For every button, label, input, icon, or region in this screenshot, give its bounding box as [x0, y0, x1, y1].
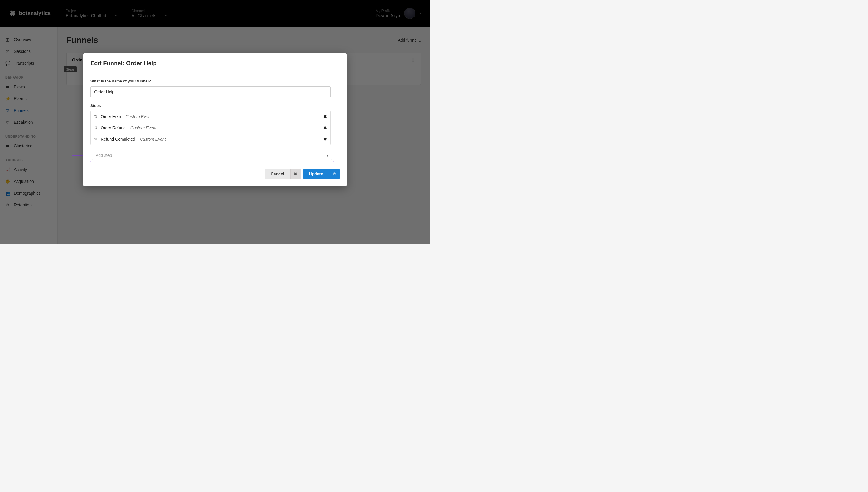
update-refresh-button[interactable]: ⟳	[329, 169, 339, 179]
update-button[interactable]: Update	[303, 169, 329, 179]
remove-step-icon[interactable]: ✖	[323, 125, 327, 130]
step-type: Custom Event	[130, 125, 156, 130]
cancel-button[interactable]: Cancel	[265, 169, 290, 179]
edit-funnel-modal: Edit Funnel: Order Help What is the name…	[83, 53, 347, 186]
steps-list: ⇅ Order Help Custom Event ✖ ⇅ Order Refu…	[90, 111, 331, 145]
cancel-close-button[interactable]: ✖	[290, 169, 301, 179]
funnel-name-input[interactable]	[90, 86, 331, 97]
steps-label: Steps	[90, 103, 339, 108]
step-name: Order Refund	[101, 125, 126, 130]
modal-title: Edit Funnel: Order Help	[83, 53, 347, 72]
add-step-select[interactable]: Add step ▾	[92, 151, 332, 160]
drag-handle-icon[interactable]: ⇅	[94, 137, 97, 141]
cancel-group: Cancel ✖	[265, 169, 301, 179]
step-row[interactable]: ⇅ Order Refund Custom Event ✖	[91, 122, 330, 133]
drag-handle-icon[interactable]: ⇅	[94, 115, 97, 119]
update-group: Update ⟳	[303, 169, 339, 179]
step-name: Refund Completed	[101, 137, 135, 142]
funnel-name-label: What is the name of your funnel?	[90, 79, 339, 83]
remove-step-icon[interactable]: ✖	[323, 114, 327, 119]
caret-down-icon: ▾	[327, 154, 328, 157]
drag-handle-icon[interactable]: ⇅	[94, 126, 97, 130]
add-step-highlight: Add step ▾	[90, 149, 334, 162]
remove-step-icon[interactable]: ✖	[323, 137, 327, 142]
step-type: Custom Event	[126, 114, 151, 119]
step-type: Custom Event	[140, 137, 166, 142]
add-step-placeholder: Add step	[96, 153, 112, 158]
step-name: Order Help	[101, 114, 121, 119]
step-row[interactable]: ⇅ Refund Completed Custom Event ✖	[91, 133, 330, 145]
step-row[interactable]: ⇅ Order Help Custom Event ✖	[91, 111, 330, 122]
